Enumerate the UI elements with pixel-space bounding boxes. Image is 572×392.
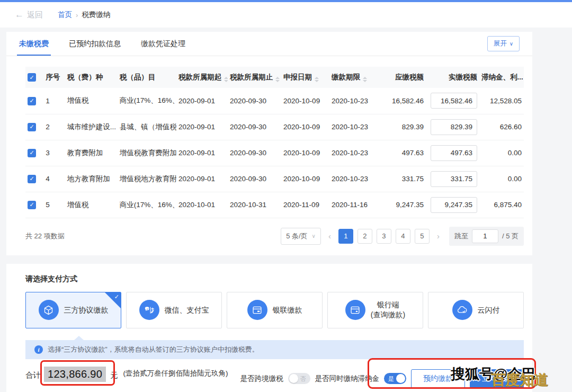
page-button-2[interactable]: 2: [358, 229, 372, 244]
cell-late-fee: 0.00: [479, 140, 524, 166]
back-button[interactable]: ← 返回: [15, 10, 43, 20]
breadcrumb-current: 税费缴纳: [82, 10, 110, 20]
check-icon: ✓: [114, 293, 119, 301]
header-period-end[interactable]: 税款所属期止: [228, 67, 281, 88]
sort-icon[interactable]: [275, 77, 280, 82]
table-row: ✓ 5 增值税 商业(17%、16%、 2020-10-01 2020-10-3…: [25, 192, 524, 218]
paid-amount-input[interactable]: [431, 197, 477, 213]
row-checkbox[interactable]: ✓: [28, 175, 36, 183]
page-size-select[interactable]: 5 条/页 ∨: [281, 228, 321, 245]
cell-tax-type: 地方教育附加: [65, 166, 118, 192]
expand-button[interactable]: 展开 ∨: [487, 36, 520, 51]
cell-declare-date: 2020-10-09: [281, 166, 329, 192]
cell-declare-date: 2020-10-09: [281, 140, 329, 166]
summary-row: 合计 123,866.90 元 (壹拾贰万叁仟捌佰陆拾陆元玖角) 是否跨境缴税 …: [25, 367, 524, 388]
cell-tax-type: 城市维护建设...: [65, 114, 118, 140]
page-button-1[interactable]: 1: [338, 229, 353, 244]
sort-icon[interactable]: [315, 77, 319, 82]
method-cloud-quickpass[interactable]: 云闪付: [428, 292, 524, 328]
method-label: 三方协议缴款: [64, 305, 109, 315]
payment-section-label: 请选择支付方式: [6, 264, 532, 284]
paid-amount-input[interactable]: [431, 119, 477, 135]
cell-tax-type: 增值税: [65, 88, 118, 114]
next-page-button[interactable]: ›: [434, 231, 443, 240]
method-label: 微信、支付宝: [165, 305, 209, 315]
header-late-fee: 滞纳金、利...: [479, 67, 524, 88]
late-fee-toggle-label: 是否同时缴纳滞纳金: [315, 374, 380, 384]
select-all-checkbox[interactable]: ✓: [28, 73, 36, 82]
paid-amount-input[interactable]: [431, 93, 477, 109]
cell-no: 1: [43, 88, 65, 114]
amount-unit: 元: [110, 367, 118, 380]
cell-tax-item: 增值税教育费附加: [118, 140, 176, 166]
cell-no: 4: [43, 166, 65, 192]
method-label: 云闪付: [478, 305, 500, 315]
breadcrumb: 首页 › 税费缴纳: [58, 10, 110, 20]
page-button-5[interactable]: 5: [415, 229, 430, 244]
payment-methods: ✓ 三方协议缴款 微信、支付宝 银联缴款 银行端 (查询缴款): [25, 292, 524, 328]
row-checkbox[interactable]: ✓: [28, 149, 36, 157]
cell-period-end: 2020-09-30: [228, 88, 281, 114]
cell-late-fee: 6,875.40: [479, 192, 524, 218]
method-bank-terminal[interactable]: 银行端 (查询缴款): [327, 292, 423, 328]
cell-declare-date: 2020-11-09: [281, 192, 329, 218]
tab-unpaid-taxes[interactable]: 未缴税费: [19, 32, 49, 56]
tax-table-card: 未缴税费 已预约扣款信息 缴款凭证处理 展开 ∨ ✓ 序号 税（费）种 税（品）…: [6, 32, 532, 255]
row-checkbox[interactable]: ✓: [28, 123, 36, 131]
tax-table: ✓ 序号 税（费）种 税（品）目 税款所属期起 税款所属期止 申报日期 缴款期限…: [25, 67, 524, 218]
cell-tax-type: 增值税: [65, 192, 118, 218]
late-fee-toggle[interactable]: 是: [384, 373, 406, 384]
prev-page-button[interactable]: ‹: [325, 231, 334, 240]
breadcrumb-home[interactable]: 首页: [58, 10, 72, 20]
cell-period-end: 2020-09-30: [228, 114, 281, 140]
method-wechat-alipay[interactable]: 微信、支付宝: [126, 292, 222, 328]
header-period-start[interactable]: 税款所属期起: [176, 67, 228, 88]
tab-reserved-deduction-info[interactable]: 已预约扣款信息: [69, 32, 121, 56]
bank-card-icon: [345, 300, 365, 320]
cell-no: 2: [43, 114, 65, 140]
back-label: 返回: [27, 10, 43, 20]
cell-declare-date: 2020-10-09: [281, 114, 329, 140]
header-declare-date[interactable]: 申报日期: [281, 67, 329, 88]
row-checkbox[interactable]: ✓: [28, 201, 36, 209]
tab-bar: 未缴税费 已预约扣款信息 缴款凭证处理 展开 ∨: [6, 32, 532, 56]
cell-payable: 9,247.35: [379, 192, 426, 218]
cell-no: 5: [43, 192, 65, 218]
cross-border-toggle[interactable]: 否: [288, 373, 310, 384]
row-checkbox[interactable]: ✓: [28, 97, 36, 105]
header-payable: 应缴税额: [379, 67, 426, 88]
bank-card-icon: [247, 300, 267, 320]
pagination-bar: 共 22 项数据 5 条/页 ∨ ‹ 1 2 3 4 5 › 跳至 / 5 页: [6, 218, 532, 255]
header-tax-item: 税（品）目: [118, 67, 176, 88]
header-pay-deadline[interactable]: 缴款期限: [329, 67, 379, 88]
cell-tax-item: 商业(17%、16%、: [118, 88, 176, 114]
cell-late-fee: 626.60: [479, 114, 524, 140]
table-row: ✓ 4 地方教育附加 增值税地方教育附 2020-09-01 2020-09-3…: [25, 166, 524, 192]
table-header-row: ✓ 序号 税（费）种 税（品）目 税款所属期起 税款所属期止 申报日期 缴款期限…: [25, 67, 524, 88]
paid-amount-input[interactable]: [431, 171, 477, 187]
page-button-3[interactable]: 3: [377, 229, 391, 244]
jump-page-input[interactable]: [472, 229, 498, 243]
cell-tax-item: 商业(17%、16%、: [118, 192, 176, 218]
cross-border-label: 是否跨境缴税: [240, 374, 283, 384]
sort-icon[interactable]: [363, 77, 367, 82]
chevron-down-icon: ∨: [312, 233, 316, 239]
page-jump-group: 跳至 / 5 页: [449, 227, 524, 246]
paid-amount-input[interactable]: [431, 145, 477, 161]
cell-period-start: 2020-09-01: [176, 140, 228, 166]
method-unionpay[interactable]: 银联缴款: [227, 292, 323, 328]
cell-tax-item: 增值税地方教育附: [118, 166, 176, 192]
cell-payable: 829.39: [379, 114, 426, 140]
header-paid: 实缴税额: [426, 67, 479, 88]
table-row: ✓ 2 城市维护建设... 县城、镇（增值税 2020-09-01 2020-0…: [25, 114, 524, 140]
cell-no: 3: [43, 140, 65, 166]
expand-label: 展开: [494, 39, 507, 48]
tab-payment-voucher[interactable]: 缴款凭证处理: [141, 32, 185, 56]
sort-icon[interactable]: [224, 77, 228, 82]
cell-tax-type: 教育费附加: [65, 140, 118, 166]
method-tripartite-agreement[interactable]: ✓ 三方协议缴款: [25, 292, 121, 328]
table-row: ✓ 3 教育费附加 增值税教育费附加 2020-09-01 2020-09-30…: [25, 140, 524, 166]
back-arrow-icon: ←: [15, 10, 24, 20]
toggle-knob: [289, 374, 298, 383]
page-button-4[interactable]: 4: [396, 229, 410, 244]
